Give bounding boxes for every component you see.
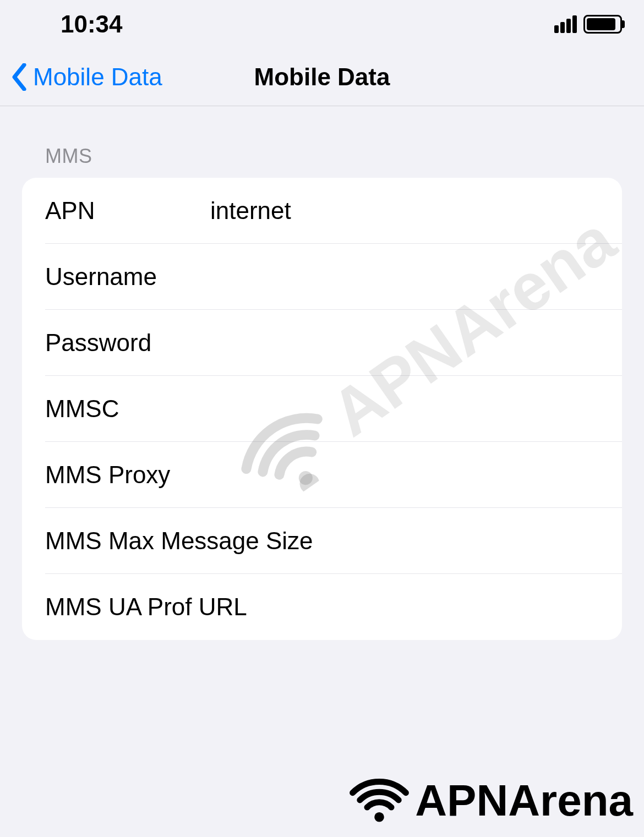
input-mmsc[interactable] bbox=[210, 395, 622, 423]
back-label: Mobile Data bbox=[33, 63, 162, 91]
row-mms-max-size[interactable]: MMS Max Message Size bbox=[22, 508, 622, 574]
row-mms-proxy[interactable]: MMS Proxy bbox=[22, 442, 622, 508]
page-title: Mobile Data bbox=[254, 63, 390, 91]
status-bar: 10:34 bbox=[0, 0, 644, 48]
row-mms-ua-prof[interactable]: MMS UA Prof URL bbox=[22, 574, 622, 640]
row-username[interactable]: Username bbox=[22, 244, 622, 310]
row-label-apn: APN bbox=[45, 197, 210, 225]
row-label-mmsc: MMSC bbox=[45, 395, 210, 423]
section-header-mms: MMS bbox=[22, 145, 622, 178]
status-indicators bbox=[554, 15, 622, 34]
row-label-mms-max-size: MMS Max Message Size bbox=[45, 527, 622, 555]
status-time: 10:34 bbox=[61, 10, 123, 38]
content-area: MMS APN Username Password MMSC MMS Proxy… bbox=[0, 106, 644, 640]
row-label-username: Username bbox=[45, 263, 210, 291]
footer-brand: APNArena bbox=[349, 775, 633, 826]
svg-point-1 bbox=[375, 812, 385, 822]
chevron-left-icon bbox=[11, 63, 28, 91]
input-mms-proxy[interactable] bbox=[210, 461, 622, 489]
row-apn[interactable]: APN bbox=[22, 178, 622, 244]
input-password[interactable] bbox=[210, 329, 622, 357]
nav-bar: Mobile Data Mobile Data bbox=[0, 48, 644, 106]
back-button[interactable]: Mobile Data bbox=[11, 63, 162, 91]
row-label-password: Password bbox=[45, 329, 210, 357]
row-mmsc[interactable]: MMSC bbox=[22, 376, 622, 442]
battery-icon bbox=[583, 15, 622, 34]
row-label-mms-proxy: MMS Proxy bbox=[45, 461, 210, 489]
settings-group-mms: APN Username Password MMSC MMS Proxy MMS… bbox=[22, 178, 622, 640]
row-password[interactable]: Password bbox=[22, 310, 622, 376]
footer-brand-text: APNArena bbox=[415, 775, 633, 826]
signal-icon bbox=[554, 15, 577, 33]
input-username[interactable] bbox=[210, 263, 622, 291]
input-apn[interactable] bbox=[210, 197, 622, 225]
wifi-icon bbox=[349, 777, 410, 824]
row-label-mms-ua-prof: MMS UA Prof URL bbox=[45, 593, 622, 621]
